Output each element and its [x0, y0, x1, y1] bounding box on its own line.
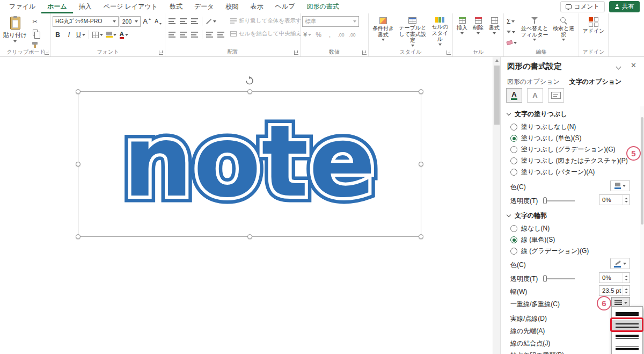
- comma-format-button[interactable]: ,: [325, 30, 335, 40]
- text-outline-section-header[interactable]: 文字の輪郭: [507, 211, 547, 220]
- resize-handle-n[interactable]: [247, 89, 252, 94]
- paste-button[interactable]: 貼り付け: [3, 15, 27, 48]
- resize-handle-s[interactable]: [247, 234, 252, 239]
- decrease-indent-button[interactable]: [204, 30, 215, 40]
- tab-text-options[interactable]: 文字のオプション: [569, 77, 622, 86]
- tab-file[interactable]: ファイル: [3, 0, 41, 13]
- line-style-thick-thin-option[interactable]: [612, 331, 642, 342]
- fill-color-button[interactable]: [105, 30, 118, 40]
- resize-handle-se[interactable]: [419, 234, 423, 239]
- tab-shape-options[interactable]: 図形のオプション: [507, 77, 560, 86]
- bold-button[interactable]: B: [53, 30, 63, 40]
- resize-handle-e[interactable]: [419, 162, 423, 167]
- insert-cells-button[interactable]: 挿入: [455, 15, 470, 48]
- outline-solid-option[interactable]: 線 (単色)(S): [510, 235, 555, 244]
- align-left-button[interactable]: [167, 30, 177, 40]
- outline-no-line-option[interactable]: 線なし(N): [510, 224, 550, 233]
- line-style-thin-thick-option[interactable]: [612, 342, 642, 353]
- tab-insert[interactable]: 挿入: [73, 0, 98, 13]
- outline-gradient-option[interactable]: 線 (グラデーション)(G): [510, 247, 589, 256]
- text-fill-color-button[interactable]: [610, 180, 630, 191]
- tab-shape-format[interactable]: 図形の書式: [301, 0, 345, 13]
- tab-view[interactable]: 表示: [245, 0, 269, 13]
- delete-cells-button[interactable]: 削除: [471, 15, 486, 48]
- increase-decimal-button[interactable]: .00: [336, 30, 346, 40]
- spinner-buttons[interactable]: [623, 286, 630, 295]
- scrollbar-thumb[interactable]: [494, 66, 500, 125]
- slider-thumb[interactable]: [543, 275, 547, 282]
- percent-format-button[interactable]: %: [313, 30, 324, 40]
- shape-selection-box[interactable]: [78, 91, 421, 237]
- align-middle-button[interactable]: [178, 16, 188, 27]
- text-fill-outline-tab-button[interactable]: A: [506, 88, 522, 103]
- orientation-button[interactable]: [204, 16, 217, 27]
- fill-button[interactable]: [506, 27, 518, 37]
- fill-transparency-input[interactable]: 0%: [599, 194, 630, 205]
- tab-home[interactable]: ホーム: [41, 0, 73, 13]
- pane-scrollbar-thumb[interactable]: [641, 117, 643, 225]
- tab-page-layout[interactable]: ページ レイアウト: [98, 0, 164, 13]
- worksheet-scrollbar[interactable]: [493, 57, 500, 354]
- dialog-launcher-icon[interactable]: [362, 50, 367, 55]
- font-name-combo[interactable]: HG丸ｺﾞｼｯｸM-PRO: [53, 16, 119, 27]
- slider-thumb[interactable]: [543, 197, 547, 204]
- spinner-buttons[interactable]: [623, 195, 630, 205]
- outline-transparency-input[interactable]: 0%: [599, 272, 630, 283]
- underline-button[interactable]: U: [75, 30, 86, 40]
- decrease-decimal-button[interactable]: .00: [347, 30, 357, 40]
- conditional-formatting-button[interactable]: 条件付き書式: [370, 15, 396, 48]
- cell-styles-button[interactable]: セルのスタイル: [429, 15, 451, 48]
- increase-font-size-button[interactable]: A: [142, 16, 152, 27]
- outline-transparency-slider[interactable]: [544, 278, 575, 279]
- outline-width-input[interactable]: 23.5 pt: [599, 285, 630, 296]
- dialog-launcher-icon[interactable]: [447, 50, 451, 55]
- text-fill-section-header[interactable]: 文字の塗りつぶし: [507, 110, 567, 119]
- format-painter-button[interactable]: [30, 39, 40, 48]
- number-format-combo[interactable]: 標準: [302, 16, 359, 27]
- worksheet-canvas[interactable]: note note note: [0, 57, 493, 354]
- wrap-text-button[interactable]: 折り返して全体を表示する: [230, 16, 307, 26]
- format-cells-button[interactable]: 書式: [487, 15, 502, 48]
- cut-button[interactable]: ✂: [30, 17, 40, 26]
- decrease-font-size-button[interactable]: A: [153, 16, 163, 27]
- merge-center-button[interactable]: セルを結合して中央揃え: [230, 28, 307, 39]
- resize-handle-sw[interactable]: [76, 234, 80, 239]
- italic-button[interactable]: I: [64, 30, 74, 40]
- align-top-button[interactable]: [167, 16, 177, 27]
- resize-handle-w[interactable]: [76, 162, 80, 167]
- clear-button[interactable]: [506, 38, 518, 48]
- outline-color-button[interactable]: [610, 258, 630, 269]
- sort-filter-button[interactable]: 並べ替えとフィルター: [519, 15, 550, 48]
- copy-button[interactable]: [30, 28, 40, 37]
- find-select-button[interactable]: 検索と選択: [551, 15, 576, 48]
- align-center-button[interactable]: [178, 30, 188, 40]
- align-right-button[interactable]: [189, 30, 200, 40]
- share-button[interactable]: 共有: [609, 1, 640, 12]
- fill-no-fill-option[interactable]: 塗りつぶしなし(N): [510, 122, 576, 132]
- fill-pattern-option[interactable]: 塗りつぶし (パターン)(A): [510, 168, 595, 177]
- dialog-launcher-icon[interactable]: [45, 50, 49, 55]
- dialog-launcher-icon[interactable]: [159, 50, 163, 55]
- fill-gradient-option[interactable]: 塗りつぶし (グラデーション)(G): [510, 145, 615, 154]
- fill-solid-option[interactable]: 塗りつぶし (単色)(S): [510, 134, 581, 143]
- resize-handle-nw[interactable]: [76, 89, 80, 94]
- pane-close-button[interactable]: ✕: [631, 61, 636, 69]
- tab-review[interactable]: 校閲: [220, 0, 245, 13]
- dialog-launcher-icon[interactable]: [294, 50, 298, 55]
- rotate-handle-icon[interactable]: [245, 76, 254, 88]
- font-color-button[interactable]: A: [119, 30, 129, 40]
- tab-formulas[interactable]: 数式: [164, 0, 188, 13]
- increase-indent-button[interactable]: [216, 30, 226, 40]
- fill-transparency-slider[interactable]: [544, 200, 575, 201]
- fill-picture-option[interactable]: 塗りつぶし (図またはテクスチャ)(P): [510, 156, 628, 165]
- spinner-buttons[interactable]: [623, 273, 630, 283]
- currency-format-button[interactable]: ¥: [302, 30, 312, 40]
- pane-collapse-button[interactable]: [617, 63, 620, 70]
- text-effects-tab-button[interactable]: A: [527, 88, 543, 103]
- align-bottom-button[interactable]: [189, 16, 200, 27]
- addins-button[interactable]: アドイン: [581, 15, 606, 48]
- font-size-combo[interactable]: 200: [120, 16, 141, 27]
- comments-button[interactable]: コメント: [560, 1, 605, 12]
- tab-help[interactable]: ヘルプ: [269, 0, 301, 13]
- textbox-tab-button[interactable]: [548, 88, 564, 103]
